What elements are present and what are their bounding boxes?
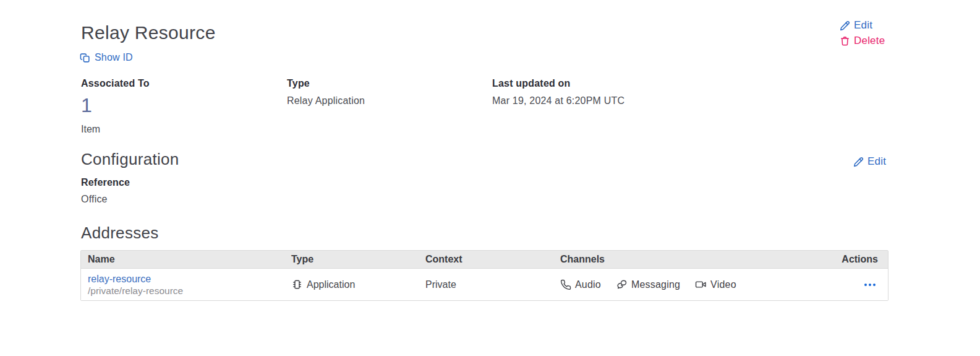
- more-horizontal-icon: [864, 284, 867, 286]
- associated-unit: Item: [81, 124, 287, 135]
- page-title: Relay Resource: [81, 22, 216, 43]
- address-actions-cell: [792, 281, 888, 289]
- delete-resource-link[interactable]: Delete: [840, 35, 885, 47]
- addresses-table-header: Name Type Context Channels Actions: [81, 251, 888, 269]
- channel-messaging-label: Messaging: [631, 279, 680, 290]
- column-header-context: Context: [419, 254, 553, 265]
- pencil-icon: [840, 20, 850, 31]
- copy-icon: [80, 53, 90, 63]
- associated-count-link[interactable]: 1: [81, 95, 287, 115]
- pencil-icon: [853, 157, 864, 167]
- type-field: Type Relay Application: [287, 78, 492, 135]
- edit-configuration-link[interactable]: Edit: [853, 155, 886, 168]
- relay-resource-page: Relay Resource Show ID Edit: [0, 0, 980, 356]
- last-updated-field: Last updated on Mar 19, 2024 at 6:20PM U…: [492, 78, 624, 135]
- delete-resource-label: Delete: [854, 35, 885, 47]
- channel-video: Video: [695, 279, 736, 290]
- configuration-heading: Configuration: [81, 150, 179, 169]
- reference-value: Office: [81, 194, 108, 205]
- associated-to-label: Associated To: [81, 78, 287, 89]
- address-name-link[interactable]: relay-resource: [88, 273, 284, 285]
- address-type-cell: Application: [284, 279, 419, 290]
- channel-video-label: Video: [710, 279, 736, 290]
- channel-messaging: Messaging: [616, 279, 680, 290]
- resource-actions: Edit Delete: [840, 19, 885, 47]
- edit-configuration-label: Edit: [867, 155, 886, 168]
- trash-icon: [840, 36, 850, 46]
- addresses-heading: Addresses: [81, 224, 159, 243]
- associated-to-field: Associated To 1 Item: [81, 78, 287, 135]
- reference-label: Reference: [81, 177, 130, 188]
- phone-icon: [560, 279, 571, 290]
- type-label: Type: [287, 78, 492, 89]
- application-chip-icon: [291, 279, 303, 290]
- column-header-channels: Channels: [553, 254, 792, 265]
- edit-resource-label: Edit: [854, 19, 872, 32]
- video-camera-icon: [695, 279, 707, 290]
- column-header-actions: Actions: [792, 254, 888, 265]
- resource-details: Associated To 1 Item Type Relay Applicat…: [81, 78, 624, 135]
- address-table-row: relay-resource /private/relay-resource A…: [81, 269, 888, 300]
- column-header-name: Name: [81, 254, 284, 265]
- last-updated-label: Last updated on: [492, 78, 624, 89]
- address-type-label: Application: [307, 279, 355, 290]
- show-id-label: Show ID: [95, 52, 133, 63]
- channel-audio-label: Audio: [575, 279, 601, 290]
- last-updated-value: Mar 19, 2024 at 6:20PM UTC: [492, 95, 624, 106]
- edit-resource-link[interactable]: Edit: [840, 19, 872, 32]
- address-context-cell: Private: [419, 279, 553, 290]
- address-channels-cell: Audio Messaging: [553, 279, 792, 290]
- column-header-type: Type: [284, 254, 419, 265]
- address-path: /private/relay-resource: [88, 285, 284, 297]
- address-name-cell: relay-resource /private/relay-resource: [81, 273, 284, 297]
- show-id-button[interactable]: Show ID: [80, 52, 133, 63]
- chat-bubbles-icon: [616, 279, 628, 290]
- addresses-table: Name Type Context Channels Actions relay…: [80, 250, 888, 301]
- row-actions-button[interactable]: [863, 281, 877, 289]
- channel-audio: Audio: [560, 279, 601, 290]
- type-value: Relay Application: [287, 95, 492, 106]
